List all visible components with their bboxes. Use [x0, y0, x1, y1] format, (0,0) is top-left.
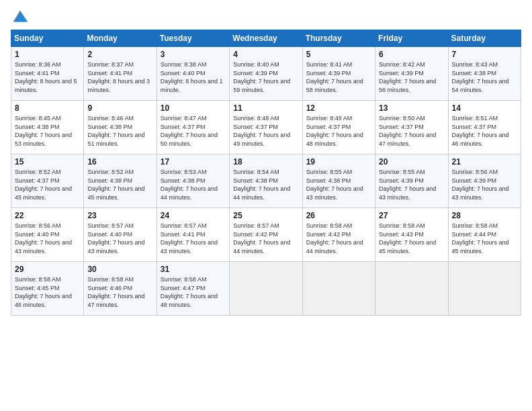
calendar-cell: 12Sunrise: 8:49 AMSunset: 4:37 PMDayligh… — [302, 101, 375, 154]
day-number: 26 — [306, 211, 371, 220]
cell-content: Sunrise: 8:41 AMSunset: 4:39 PMDaylight:… — [306, 60, 371, 94]
calendar-cell: 24Sunrise: 8:57 AMSunset: 4:41 PMDayligh… — [157, 208, 229, 262]
day-number: 10 — [161, 103, 226, 113]
calendar-cell: 31Sunrise: 8:58 AMSunset: 4:47 PMDayligh… — [157, 262, 229, 316]
day-number: 3 — [161, 50, 226, 59]
calendar-cell: 2Sunrise: 8:37 AMSunset: 4:41 PMDaylight… — [84, 47, 157, 101]
weekday-header-friday: Friday — [375, 30, 448, 47]
header — [11, 8, 521, 24]
day-number: 23 — [87, 211, 152, 220]
calendar-cell: 22Sunrise: 8:56 AMSunset: 4:40 PMDayligh… — [11, 208, 84, 262]
day-number: 15 — [15, 157, 80, 167]
calendar-cell: 29Sunrise: 8:58 AMSunset: 4:45 PMDayligh… — [11, 262, 84, 316]
calendar-cell: 5Sunrise: 8:41 AMSunset: 4:39 PMDaylight… — [302, 47, 375, 101]
day-number: 30 — [87, 265, 152, 274]
day-number: 22 — [15, 211, 80, 220]
calendar-cell — [230, 262, 302, 316]
day-number: 7 — [452, 50, 517, 59]
weekday-header-sunday: Sunday — [11, 30, 84, 47]
cell-content: Sunrise: 8:56 AMSunset: 4:40 PMDaylight:… — [15, 222, 80, 255]
day-number: 5 — [306, 50, 371, 59]
cell-content: Sunrise: 8:58 AMSunset: 4:45 PMDaylight:… — [15, 275, 80, 309]
calendar-cell: 17Sunrise: 8:53 AMSunset: 4:38 PMDayligh… — [157, 154, 229, 208]
calendar-cell: 3Sunrise: 8:38 AMSunset: 4:40 PMDaylight… — [157, 47, 229, 101]
cell-content: Sunrise: 8:58 AMSunset: 4:47 PMDaylight:… — [161, 275, 226, 309]
day-number: 13 — [379, 103, 444, 113]
calendar-cell: 28Sunrise: 8:58 AMSunset: 4:44 PMDayligh… — [448, 208, 521, 262]
cell-content: Sunrise: 8:58 AMSunset: 4:42 PMDaylight:… — [306, 222, 371, 255]
day-number: 12 — [306, 103, 371, 113]
day-number: 16 — [87, 157, 152, 167]
calendar-cell: 20Sunrise: 8:55 AMSunset: 4:39 PMDayligh… — [375, 154, 448, 208]
calendar-cell: 11Sunrise: 8:48 AMSunset: 4:37 PMDayligh… — [230, 101, 302, 154]
cell-content: Sunrise: 8:43 AMSunset: 4:38 PMDaylight:… — [452, 60, 517, 94]
weekday-header-wednesday: Wednesday — [230, 30, 302, 47]
logo-icon — [11, 8, 30, 24]
calendar-cell: 18Sunrise: 8:54 AMSunset: 4:38 PMDayligh… — [230, 154, 302, 208]
calendar-cell: 30Sunrise: 8:58 AMSunset: 4:46 PMDayligh… — [84, 262, 157, 316]
calendar-week-1: 1Sunrise: 8:36 AMSunset: 4:41 PMDaylight… — [11, 47, 521, 101]
calendar-cell — [375, 262, 448, 316]
cell-content: Sunrise: 8:48 AMSunset: 4:37 PMDaylight:… — [233, 114, 298, 148]
cell-content: Sunrise: 8:38 AMSunset: 4:40 PMDaylight:… — [161, 60, 226, 94]
weekday-header-row: SundayMondayTuesdayWednesdayThursdayFrid… — [11, 30, 521, 47]
calendar-cell: 19Sunrise: 8:55 AMSunset: 4:38 PMDayligh… — [302, 154, 375, 208]
cell-content: Sunrise: 8:37 AMSunset: 4:41 PMDaylight:… — [87, 60, 152, 94]
day-number: 19 — [306, 157, 371, 167]
cell-content: Sunrise: 8:47 AMSunset: 4:37 PMDaylight:… — [161, 114, 226, 148]
calendar-week-5: 29Sunrise: 8:58 AMSunset: 4:45 PMDayligh… — [11, 262, 521, 316]
cell-content: Sunrise: 8:57 AMSunset: 4:42 PMDaylight:… — [233, 222, 298, 255]
cell-content: Sunrise: 8:36 AMSunset: 4:41 PMDaylight:… — [15, 60, 80, 94]
cell-content: Sunrise: 8:58 AMSunset: 4:44 PMDaylight:… — [452, 222, 517, 255]
cell-content: Sunrise: 8:46 AMSunset: 4:38 PMDaylight:… — [87, 114, 152, 148]
cell-content: Sunrise: 8:54 AMSunset: 4:38 PMDaylight:… — [233, 168, 298, 201]
calendar-cell: 13Sunrise: 8:50 AMSunset: 4:37 PMDayligh… — [375, 101, 448, 154]
day-number: 1 — [15, 50, 80, 59]
cell-content: Sunrise: 8:50 AMSunset: 4:37 PMDaylight:… — [379, 114, 444, 148]
cell-content: Sunrise: 8:56 AMSunset: 4:39 PMDaylight:… — [452, 168, 517, 201]
calendar-week-3: 15Sunrise: 8:52 AMSunset: 4:37 PMDayligh… — [11, 154, 521, 208]
calendar-cell: 14Sunrise: 8:51 AMSunset: 4:37 PMDayligh… — [448, 101, 521, 154]
day-number: 6 — [379, 50, 444, 59]
weekday-header-thursday: Thursday — [302, 30, 375, 47]
calendar-table: SundayMondayTuesdayWednesdayThursdayFrid… — [11, 30, 521, 316]
cell-content: Sunrise: 8:40 AMSunset: 4:39 PMDaylight:… — [233, 60, 298, 94]
calendar-cell — [302, 262, 375, 316]
day-number: 9 — [87, 103, 152, 113]
day-number: 20 — [379, 157, 444, 167]
day-number: 8 — [15, 103, 80, 113]
cell-content: Sunrise: 8:58 AMSunset: 4:43 PMDaylight:… — [379, 222, 444, 255]
calendar-cell: 15Sunrise: 8:52 AMSunset: 4:37 PMDayligh… — [11, 154, 84, 208]
weekday-header-tuesday: Tuesday — [157, 30, 229, 47]
day-number: 4 — [233, 50, 298, 59]
day-number: 14 — [452, 103, 517, 113]
calendar-cell: 1Sunrise: 8:36 AMSunset: 4:41 PMDaylight… — [11, 47, 84, 101]
calendar-cell: 10Sunrise: 8:47 AMSunset: 4:37 PMDayligh… — [157, 101, 229, 154]
page: SundayMondayTuesdayWednesdayThursdayFrid… — [0, 0, 532, 411]
calendar-cell: 27Sunrise: 8:58 AMSunset: 4:43 PMDayligh… — [375, 208, 448, 262]
day-number: 29 — [15, 265, 80, 274]
calendar-cell: 7Sunrise: 8:43 AMSunset: 4:38 PMDaylight… — [448, 47, 521, 101]
calendar-cell: 8Sunrise: 8:45 AMSunset: 4:38 PMDaylight… — [11, 101, 84, 154]
calendar-cell — [448, 262, 521, 316]
day-number: 27 — [379, 211, 444, 220]
weekday-header-saturday: Saturday — [448, 30, 521, 47]
calendar-cell: 26Sunrise: 8:58 AMSunset: 4:42 PMDayligh… — [302, 208, 375, 262]
calendar-cell: 23Sunrise: 8:57 AMSunset: 4:40 PMDayligh… — [84, 208, 157, 262]
calendar-cell: 6Sunrise: 8:42 AMSunset: 4:39 PMDaylight… — [375, 47, 448, 101]
day-number: 11 — [233, 103, 298, 113]
cell-content: Sunrise: 8:53 AMSunset: 4:38 PMDaylight:… — [161, 168, 226, 201]
calendar-cell: 21Sunrise: 8:56 AMSunset: 4:39 PMDayligh… — [448, 154, 521, 208]
calendar-week-2: 8Sunrise: 8:45 AMSunset: 4:38 PMDaylight… — [11, 101, 521, 154]
day-number: 28 — [452, 211, 517, 220]
day-number: 18 — [233, 157, 298, 167]
day-number: 21 — [452, 157, 517, 167]
cell-content: Sunrise: 8:55 AMSunset: 4:39 PMDaylight:… — [379, 168, 444, 201]
cell-content: Sunrise: 8:42 AMSunset: 4:39 PMDaylight:… — [379, 60, 444, 94]
logo — [11, 8, 32, 24]
cell-content: Sunrise: 8:58 AMSunset: 4:46 PMDaylight:… — [87, 275, 152, 309]
cell-content: Sunrise: 8:49 AMSunset: 4:37 PMDaylight:… — [306, 114, 371, 148]
day-number: 2 — [87, 50, 152, 59]
day-number: 17 — [161, 157, 226, 167]
calendar-cell: 9Sunrise: 8:46 AMSunset: 4:38 PMDaylight… — [84, 101, 157, 154]
